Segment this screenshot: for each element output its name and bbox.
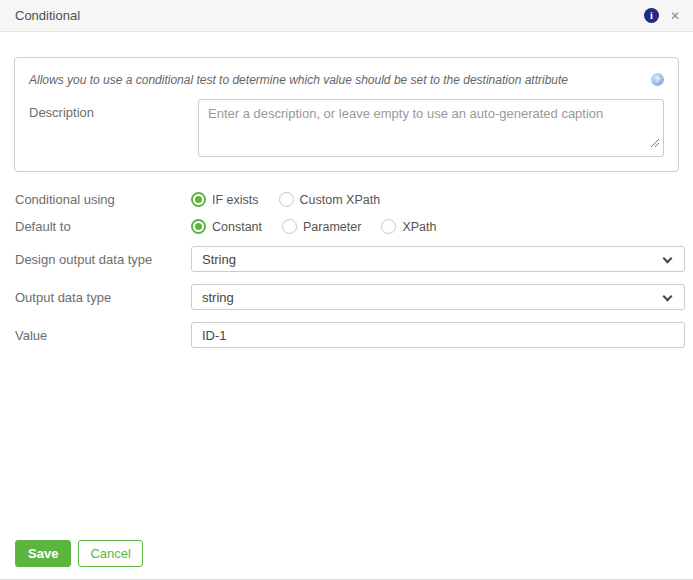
design-output-data-type-label: Design output data type [15, 252, 191, 267]
radio-option-label: XPath [402, 220, 436, 234]
radio-option-if-exists[interactable]: IF exists [191, 192, 259, 207]
value-row: Value [15, 322, 685, 348]
radio-option-label: IF exists [212, 193, 259, 207]
select-value: String [202, 252, 236, 267]
radio-option-parameter[interactable]: Parameter [282, 219, 361, 234]
conditional-using-label: Conditional using [15, 192, 191, 207]
default-to-label: Default to [15, 219, 191, 234]
radio-option-constant[interactable]: Constant [191, 219, 262, 234]
design-output-data-type-row: Design output data type String [15, 246, 685, 272]
conditional-using-row: Conditional using IF exists Custom XPath [15, 192, 685, 207]
description-row: Description [29, 99, 664, 157]
description-textarea[interactable] [198, 99, 664, 157]
save-button[interactable]: Save [15, 540, 71, 567]
radio-option-custom-xpath[interactable]: Custom XPath [279, 192, 381, 207]
radio-selected-icon[interactable] [191, 219, 206, 234]
cancel-button[interactable]: Cancel [78, 540, 142, 567]
design-output-data-type-select[interactable]: String [191, 246, 685, 272]
value-label: Value [15, 328, 191, 343]
radio-option-label: Custom XPath [300, 193, 381, 207]
help-icon[interactable]: ? [651, 73, 664, 86]
radio-selected-icon[interactable] [191, 192, 206, 207]
radio-option-label: Parameter [303, 220, 361, 234]
radio-unselected-icon[interactable] [381, 219, 396, 234]
default-to-row: Default to Constant Parameter XPath [15, 219, 685, 234]
value-input[interactable] [191, 322, 685, 348]
dialog-title: Conditional [15, 8, 80, 23]
radio-option-xpath[interactable]: XPath [381, 219, 436, 234]
form-rows: Conditional using IF exists Custom XPath… [0, 172, 693, 348]
intro-row: Allows you to use a conditional test to … [29, 72, 664, 88]
header-actions: i ✕ [644, 8, 680, 23]
select-value: string [202, 290, 234, 305]
radio-unselected-icon[interactable] [279, 192, 294, 207]
dialog-header: Conditional i ✕ [0, 0, 693, 32]
chevron-down-icon [663, 254, 673, 264]
radio-unselected-icon[interactable] [282, 219, 297, 234]
conditional-using-radio-group: IF exists Custom XPath [191, 192, 400, 207]
output-data-type-row: Output data type string [15, 284, 685, 310]
description-field-wrap [198, 99, 664, 157]
conditional-dialog: Conditional i ✕ Allows you to use a cond… [0, 0, 693, 580]
description-label: Description [29, 99, 198, 157]
output-data-type-label: Output data type [15, 290, 191, 305]
radio-option-label: Constant [212, 220, 262, 234]
chevron-down-icon [663, 292, 673, 302]
intro-panel: Allows you to use a conditional test to … [14, 57, 679, 172]
dialog-footer: Save Cancel [15, 540, 143, 567]
default-to-radio-group: Constant Parameter XPath [191, 219, 456, 234]
close-icon[interactable]: ✕ [670, 10, 680, 22]
intro-text: Allows you to use a conditional test to … [29, 72, 651, 88]
info-icon[interactable]: i [644, 8, 659, 23]
output-data-type-select[interactable]: string [191, 284, 685, 310]
